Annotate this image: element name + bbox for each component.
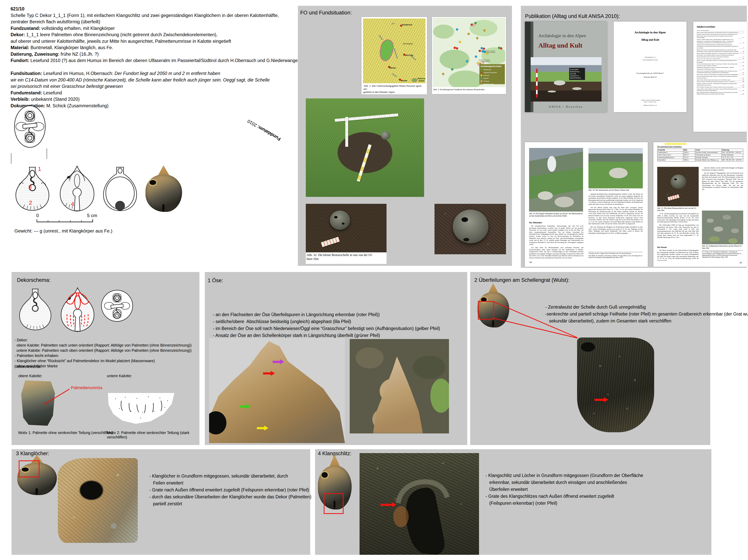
p185-number: 185 [739, 262, 742, 264]
find-dot [478, 50, 481, 52]
toc-entry: Denk, Isabella: (Brand-)Opferplätze im a… [697, 32, 744, 33]
toc-entry: Ogrin, Marija: High altitude archaeologi… [697, 79, 744, 81]
find-dot [451, 68, 453, 70]
abb2-map: St. Leonhard in PasseierS. Leonardo in P… [433, 18, 505, 87]
yellow-arrow-icon [257, 427, 264, 429]
titlepage-nearchos: Nearchos Band 19 [614, 76, 686, 78]
zoom-region-rect [478, 301, 494, 320]
bell-side-drawing [58, 165, 96, 212]
untere-kalotte-label: untere Kalotte: [107, 374, 132, 378]
dekor-front-drawing [17, 287, 53, 332]
p185-heading2: Die Neuzeit [657, 246, 699, 248]
figure-number: 1 [38, 166, 41, 172]
abb31-photo [306, 204, 387, 252]
abb30-caption: Abb. 30: Der Salzleckstein auf der Obere… [588, 189, 643, 191]
p185-table-title: Die mittelalterlichen Fundstellen: [657, 146, 682, 147]
motiv2-drawing [108, 393, 174, 424]
palmettenumriss-label: Palmettenumriss [71, 385, 102, 390]
description-line: Dekor: 1_1_1 leere Palmetten ohne Binnen… [10, 31, 300, 38]
study-area-shape [377, 38, 396, 63]
figure-number: 2 [29, 200, 32, 206]
motiv2-caption: Motiv 2: Palmette ohne senkrechter Teilu… [107, 430, 200, 439]
site-label: S. Leonardo in Passiria [483, 52, 495, 53]
purple-arrow-icon [273, 361, 280, 363]
toc-entry: Geitner, Clemens/Schäfer, Dieter: Interd… [697, 39, 744, 44]
toc-title: Inhaltsverzeichnis: [697, 25, 743, 28]
toc-entry: Štular, Benjamin: Medieval High-Mountain… [697, 92, 744, 95]
toc-entry: Kowarik, Kerstin/Reschreiter, Hans: Prov… [697, 63, 744, 67]
find-dot [453, 47, 456, 49]
legend-item: Bronzezeit [481, 74, 504, 77]
site-label: St. Martin in Passeier [478, 59, 490, 61]
map-label: Ötztal [378, 34, 383, 40]
red-arrow-icon [263, 372, 271, 374]
abb31-caption: Abb. 31: Die kleine Bronzeschelle in sit… [307, 253, 385, 261]
description-line: Fundzustand: vollständig erhalten, mit K… [10, 25, 300, 32]
grat-panel: 2 Überfeilungen am Schellengrat (Wulst):… [470, 272, 710, 445]
slit-shape [359, 453, 479, 555]
find-dot [500, 47, 502, 49]
book-page-184: Abb. 29: Die doppelt umfriedete Struktur… [525, 142, 648, 267]
oese-title: 1 Öse: [208, 277, 223, 284]
table-row: Schmiedhof 1684 m Keramik, Metall, Glas,… [657, 159, 743, 161]
grat-notes: - Zentralwulst der Schelle durch Guß unr… [545, 283, 748, 324]
grat-closeup-photo [577, 337, 654, 432]
p184-number: 184 [529, 261, 532, 263]
publication-title: Publikation (Alltag und Kult ANISA 2010)… [525, 13, 620, 19]
klangschlitz-notes: - Klangschlitz und Löcher in Grundform m… [486, 451, 643, 507]
scale-zero-label: 0 [36, 213, 39, 218]
oese-closeup-photo [209, 338, 345, 443]
red-arrow-icon [594, 399, 604, 401]
scale-5cm-label: 5 cm [87, 213, 97, 218]
table-header-row: Fundstelle Höhe Funde Datierung [657, 149, 743, 151]
titlepage-imprint: © ANISA, Verein für alpine Forschung Hau… [614, 99, 686, 103]
legend-title: Archäologische Karte [481, 65, 504, 67]
grat-title: 2 Überfeilungen am Schellengrat (Wulst): [474, 277, 569, 283]
find-dot [459, 41, 461, 43]
p185-footnotes: 37 A. Zanesco, Der Schmiedhof in Rabenst… [702, 251, 743, 262]
description-line: Material: Buntmetall, Klangkörper längli… [10, 45, 300, 51]
oese-situ-peak [373, 356, 423, 434]
dekorschema-panel: Dekorschema: [11, 272, 200, 445]
titlepage-series-no: Forschungsberichte der ANISA Band 3 [614, 72, 686, 74]
map-label: Inn [391, 22, 395, 25]
p185-cap32: Abb. 32: Aufgelassene Almstruktur auf de… [702, 245, 743, 249]
scale-bar [37, 219, 94, 224]
legend-swatch [481, 83, 482, 85]
gebiet-label: Gebiet [419, 80, 424, 82]
oese-situ-photo [350, 339, 449, 434]
description-line: Dokumentation: M. Schick (Zusammenstellu… [10, 103, 300, 109]
legend-swatch [481, 72, 482, 73]
abb2-figure: St. Leonhard in PasseierS. Leonardo in P… [432, 17, 506, 94]
bell-front-drawing [14, 166, 51, 212]
folding-ruler-horizontal [335, 114, 398, 122]
kl-closeup-photo [58, 458, 138, 543]
table-row: Schneeberg-Himmelreich 2511 m Keramik, K… [657, 157, 743, 159]
klangloecher-panel: 3 Klanglöcher: - Klanglöcher in Grundfor… [11, 449, 310, 555]
legend-item: Mittelsteinzeit [481, 68, 504, 71]
site-label: S. Martino in Passiria [480, 61, 490, 62]
zoom-region-rect [19, 460, 40, 477]
find-dot [467, 33, 470, 35]
titlepage-isbn: ISBN 978-3-901071-21-8 [614, 104, 686, 106]
find-dot [474, 22, 477, 24]
survey-pole [536, 69, 538, 98]
obere-kalotte-label: obere Kalotte: [18, 374, 42, 378]
section-mark [11, 153, 11, 164]
untersucht-label: Untersucht [417, 77, 425, 79]
description-line: Schelle Typ C Dekor 1_1_1 (Form 1), mit … [10, 12, 300, 19]
description-line: Fundort: Lesefund 2010 (?) aus dem Humus… [10, 57, 300, 64]
map-label: Meran [390, 67, 396, 69]
cover-series: Archäologie in den Alpen [538, 33, 602, 38]
abb31-page-photo [657, 167, 699, 206]
toc-entry: Rossi, Maurizio/Gattiglia, Anna: Petrogl… [697, 86, 744, 88]
map-label: Innsbruck [402, 23, 412, 26]
toc-entry: Mahlknecht, Markus/Putzer, Andreas: Stru… [697, 67, 744, 70]
dekor-top-view-drawing [100, 289, 134, 323]
find-dot [442, 73, 444, 75]
dekorschema-title: Dekorschema: [17, 277, 50, 283]
find-dot [483, 29, 486, 31]
toc-entry: Reitmaier, Thomas: Auf der Hut – Methodi… [697, 83, 744, 86]
abb1-caption: Abb. 1: Das Untersuchungsgebiet Hinter-P… [364, 85, 425, 94]
klangloecher-notes: - Klanglöcher in Grundform mitgegossen, … [149, 452, 311, 507]
